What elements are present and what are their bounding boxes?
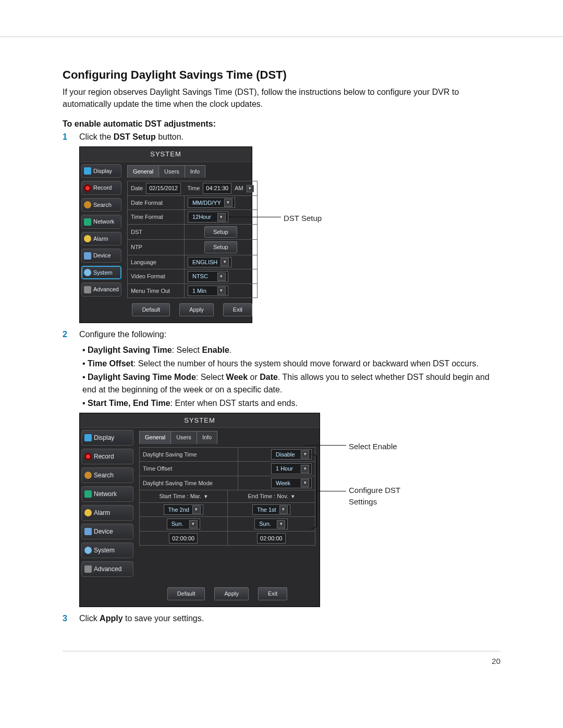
tab-info[interactable]: Info (185, 165, 205, 178)
gear-icon (84, 269, 91, 276)
bullet-bold2: Enable (202, 346, 229, 354)
dst-label: DST (128, 225, 185, 240)
menu-timeout-select[interactable]: 1 Min▾ (188, 286, 228, 297)
sidebar-label: Advanced (94, 564, 121, 574)
callout-configure-dst: Configure DST Settings (349, 485, 417, 508)
sidebar: Display Record Search Network Alarm Devi… (80, 428, 135, 607)
time-offset-select[interactable]: 1 Hour▾ (271, 463, 312, 474)
sidebar-label: Network (94, 489, 117, 499)
sidebar-item-advanced[interactable]: Advanced (81, 282, 121, 297)
chevron-down-icon[interactable]: ▾ (291, 492, 295, 501)
sidebar-item-system[interactable]: System (81, 542, 133, 558)
step1-bold: DST Setup (114, 132, 156, 141)
device-icon (84, 252, 91, 260)
sidebar-label: Alarm (93, 235, 108, 243)
sidebar-label: Alarm (94, 508, 110, 517)
chevron-down-icon: ▾ (217, 213, 226, 221)
start-day-select[interactable]: Sun.▾ (167, 519, 200, 529)
sidebar-item-alarm[interactable]: Alarm (81, 232, 121, 246)
date-format-label: Date Format (128, 196, 185, 210)
sidebar-label: Display (94, 433, 114, 442)
bullet-text: : Enter when DST starts and ends. (170, 399, 298, 408)
time-field[interactable]: 04:21:30 (203, 183, 231, 194)
start-ordinal-select[interactable]: The 2nd▾ (164, 504, 203, 515)
sidebar-item-record[interactable]: Record (81, 181, 121, 195)
sidebar-item-display[interactable]: Display (81, 164, 121, 178)
sidebar-label: Record (93, 183, 112, 192)
device-icon (84, 528, 92, 535)
page-heading: Configuring Daylight Savings Time (DST) (63, 68, 500, 82)
select-value: Week (276, 479, 290, 488)
bullet-bold: Daylight Saving Time Mode (88, 373, 196, 381)
bullet-text: : Select the number of hours the system … (133, 359, 479, 368)
dst-enable-label: Daylight Saving Time (140, 448, 238, 462)
dst-setup-button[interactable]: Setup (204, 226, 237, 238)
step2-lead: Configure the following: (79, 330, 166, 339)
sidebar-label: System (93, 268, 113, 277)
apply-button[interactable]: Apply (179, 303, 214, 316)
dst-enable-select[interactable]: Disable▾ (271, 449, 312, 460)
chevron-down-icon[interactable]: ▾ (204, 492, 207, 501)
end-day-select[interactable]: Sun.▾ (254, 519, 288, 529)
sidebar-item-search[interactable]: Search (81, 467, 133, 483)
sidebar-item-network[interactable]: Network (81, 215, 121, 229)
bullet-text: : Select (196, 373, 226, 381)
bullet-offset: Time Offset: Select the number of hours … (82, 357, 500, 370)
record-icon (84, 453, 92, 460)
bullet-text2: . (229, 346, 231, 354)
sidebar-label: Display (93, 167, 112, 176)
tab-users[interactable]: Users (158, 165, 185, 178)
ntp-label: NTP (128, 240, 185, 255)
select-value: 12Hour (192, 213, 211, 221)
exit-button[interactable]: Exit (223, 303, 252, 316)
date-label: Date (131, 184, 143, 193)
date-field[interactable]: 02/15/2012 (146, 183, 181, 194)
chevron-down-icon[interactable]: ▾ (247, 185, 254, 192)
tab-general[interactable]: General (127, 165, 159, 178)
tab-info[interactable]: Info (197, 431, 217, 444)
start-time-month: Start Time : Mar.▾ (140, 490, 228, 502)
sidebar-label: Search (93, 201, 112, 209)
select-value: 1 Hour (276, 464, 293, 473)
start-hms-field[interactable]: 02:00:00 (169, 533, 198, 544)
callout-line (316, 491, 346, 491)
exit-button[interactable]: Exit (258, 587, 287, 600)
step-3: Click Apply to save your settings. (63, 612, 500, 625)
apply-button[interactable]: Apply (214, 587, 249, 600)
default-button[interactable]: Default (132, 303, 170, 316)
callout-dst-setup: DST Setup (284, 213, 322, 225)
bullet-dst: Daylight Saving Time: Select Enable. (82, 344, 500, 356)
time-format-select[interactable]: 12Hour▾ (188, 212, 228, 223)
chevron-down-icon: ▾ (224, 199, 232, 207)
select-value: ENGLISH (192, 258, 217, 267)
date-format-select[interactable]: MM/DD/YY▾ (188, 198, 235, 208)
ntp-setup-button[interactable]: Setup (204, 241, 237, 253)
default-button[interactable]: Default (167, 587, 205, 600)
select-value: NTSC (192, 272, 208, 281)
tab-users[interactable]: Users (170, 431, 197, 444)
bullet-mode: Daylight Saving Time Mode: Select Week o… (82, 371, 500, 396)
sidebar-item-advanced[interactable]: Advanced (81, 561, 133, 577)
end-hms-field[interactable]: 02:00:00 (257, 533, 286, 544)
tab-general[interactable]: General (139, 431, 171, 444)
select-value: Disable (276, 450, 295, 459)
sidebar-item-alarm[interactable]: Alarm (81, 505, 133, 521)
sidebar-label: Search (94, 471, 114, 480)
video-format-select[interactable]: NTSC▾ (188, 271, 228, 282)
bullet-bold3: Date (260, 373, 278, 381)
sidebar-item-network[interactable]: Network (81, 486, 133, 502)
sidebar-item-device[interactable]: Device (81, 524, 133, 539)
sidebar-item-device[interactable]: Device (81, 249, 121, 263)
sidebar-item-system[interactable]: System (81, 266, 121, 280)
sidebar-item-record[interactable]: Record (81, 449, 133, 464)
dst-mode-select[interactable]: Week▾ (271, 478, 312, 489)
tabs: General Users Info (139, 431, 315, 444)
subheading: To enable automatic DST adjustments: (63, 119, 500, 129)
sidebar-item-display[interactable]: Display (81, 430, 133, 446)
end-ordinal-select[interactable]: The 1st▾ (252, 504, 290, 515)
sidebar-label: Advanced (93, 285, 119, 294)
sidebar-label: Device (93, 251, 111, 260)
video-format-label: Video Format (128, 269, 185, 283)
sidebar-item-search[interactable]: Search (81, 198, 121, 212)
language-select[interactable]: ENGLISH▾ (188, 257, 231, 268)
